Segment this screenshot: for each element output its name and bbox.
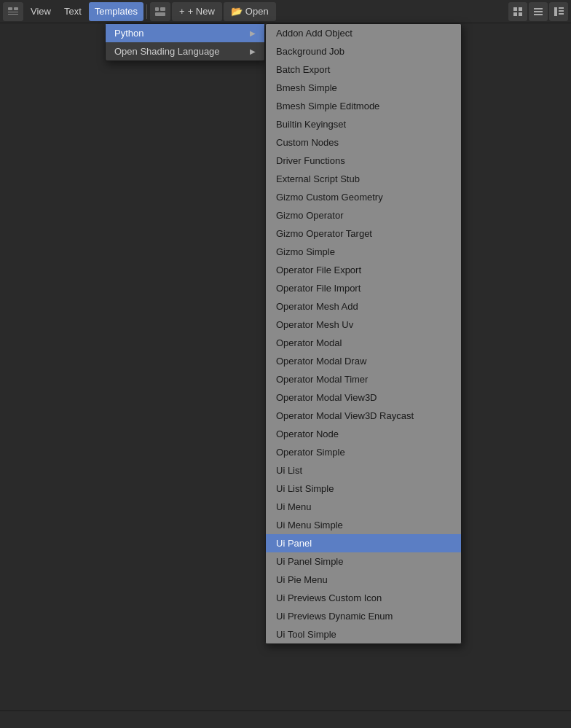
submenu-item-ui-panel-simple[interactable]: Ui Panel Simple [266,552,461,571]
submenu-item-ui-list-simple[interactable]: Ui List Simple [266,480,461,498]
submenu-item-driver-functions[interactable]: Driver Functions [266,152,461,170]
svg-rect-17 [559,13,564,15]
topbar-right-controls [508,2,568,21]
osl-label: Open Shading Language [114,46,220,57]
separator-1 [146,4,147,19]
submenu-item-ui-previews-custom-icon[interactable]: Ui Previews Custom Icon [266,589,461,607]
templates-osl-item[interactable]: Open Shading Language ▶ [106,42,264,60]
submenu-item-operator-mesh-uv[interactable]: Operator Mesh Uv [266,316,461,334]
new-button[interactable]: + + New [172,2,222,21]
submenu-item-operator-file-export[interactable]: Operator File Export [266,261,461,279]
svg-rect-5 [160,7,165,11]
svg-rect-14 [554,7,557,16]
submenu-item-bmesh-simple-editmode[interactable]: Bmesh Simple Editmode [266,97,461,115]
templates-dropdown: Python ▶ Open Shading Language ▶ [105,23,265,61]
submenu-item-background-job[interactable]: Background Job [266,42,461,60]
svg-rect-15 [559,7,564,9]
submenu-item-gizmo-operator-target[interactable]: Gizmo Operator Target [266,224,461,243]
submenu-item-operator-modal-view3d-raycast[interactable]: Operator Modal View3D Raycast [266,407,461,425]
python-submenu: Addon Add Object Background Job Batch Ex… [265,23,462,644]
bottombar [0,711,571,728]
view-mode-btn-1[interactable] [508,2,527,21]
svg-rect-9 [513,12,517,16]
templates-menu-button[interactable]: Templates [89,2,143,21]
svg-rect-0 [8,7,12,10]
svg-rect-4 [155,7,159,11]
submenu-item-addon-add-object[interactable]: Addon Add Object [266,24,461,42]
submenu-item-builtin-keyingset[interactable]: Builtin Keyingset [266,115,461,133]
svg-rect-1 [14,7,18,10]
new-label: + New [188,6,215,17]
submenu-item-ui-menu[interactable]: Ui Menu [266,498,461,516]
svg-rect-11 [534,8,543,9]
submenu-item-ui-menu-simple[interactable]: Ui Menu Simple [266,516,461,534]
submenu-item-operator-modal-view3d[interactable]: Operator Modal View3D [266,388,461,407]
submenu-item-bmesh-simple[interactable]: Bmesh Simple [266,79,461,97]
svg-rect-6 [155,12,165,16]
open-label: Open [245,6,269,17]
svg-rect-3 [8,14,18,15]
python-submenu-arrow: ▶ [250,29,256,37]
submenu-item-ui-previews-dynamic-enum[interactable]: Ui Previews Dynamic Enum [266,607,461,625]
svg-rect-7 [513,7,517,11]
submenu-item-gizmo-operator[interactable]: Gizmo Operator [266,206,461,224]
submenu-item-operator-modal-timer[interactable]: Operator Modal Timer [266,370,461,388]
submenu-item-ui-pie-menu[interactable]: Ui Pie Menu [266,571,461,589]
submenu-item-custom-nodes[interactable]: Custom Nodes [266,133,461,152]
svg-rect-10 [519,12,522,16]
layout-icon[interactable] [150,2,170,21]
python-label: Python [114,28,143,39]
view-mode-btn-2[interactable] [529,2,548,21]
templates-python-item[interactable]: Python ▶ [106,24,264,42]
svg-rect-2 [8,12,18,12]
submenu-item-operator-file-import[interactable]: Operator File Import [266,279,461,297]
text-menu-button[interactable]: Text [58,2,87,21]
open-button[interactable]: 📂 Open [224,2,276,21]
svg-rect-12 [534,11,543,12]
submenu-item-external-script-stub[interactable]: External Script Stub [266,170,461,188]
svg-rect-13 [534,14,543,15]
osl-submenu-arrow: ▶ [250,47,256,55]
submenu-item-operator-simple[interactable]: Operator Simple [266,443,461,461]
submenu-item-operator-mesh-add[interactable]: Operator Mesh Add [266,297,461,316]
submenu-item-operator-modal[interactable]: Operator Modal [266,334,461,352]
open-folder-icon: 📂 [231,6,243,17]
submenu-item-gizmo-custom-geometry[interactable]: Gizmo Custom Geometry [266,188,461,206]
svg-rect-16 [559,10,564,12]
editor-type-icon[interactable] [3,2,23,21]
plus-icon: + [179,6,185,17]
submenu-item-gizmo-simple[interactable]: Gizmo Simple [266,243,461,261]
submenu-item-operator-node[interactable]: Operator Node [266,425,461,443]
view-mode-btn-3[interactable] [549,2,568,21]
submenu-item-ui-panel[interactable]: Ui Panel [266,534,461,552]
submenu-item-batch-export[interactable]: Batch Export [266,60,461,79]
submenu-item-ui-tool-simple[interactable]: Ui Tool Simple [266,625,461,643]
submenu-item-operator-modal-draw[interactable]: Operator Modal Draw [266,352,461,370]
svg-rect-8 [519,7,522,11]
view-menu-button[interactable]: View [25,2,57,21]
topbar: View Text Templates + + New 📂 Open [0,0,571,23]
submenu-item-ui-list[interactable]: Ui List [266,461,461,480]
